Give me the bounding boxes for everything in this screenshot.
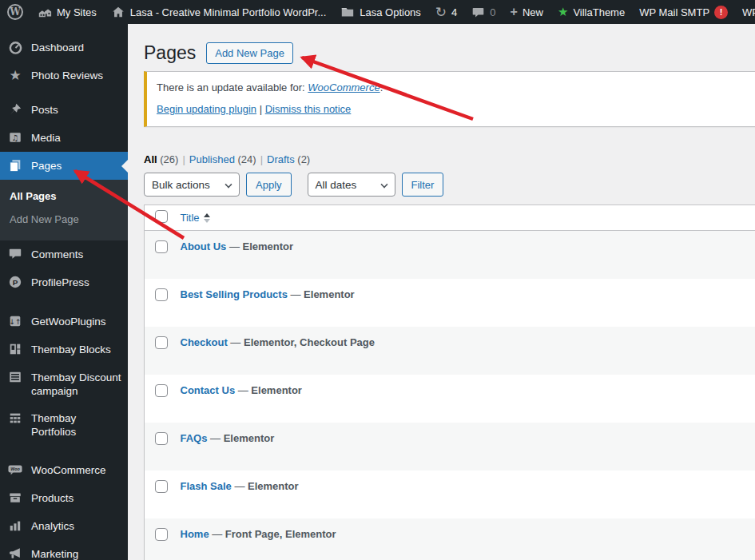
post-state: Elementor [251, 384, 302, 396]
sidebar-item-thembay-portfolios[interactable]: Thembay Portfolios [0, 404, 128, 445]
sidebar-item-analytics[interactable]: Analytics [0, 512, 128, 540]
table-row: Flash Sale — Elementor [145, 471, 755, 518]
wp-mail-smtp-menu[interactable]: WP Mail SMTP ! [632, 0, 735, 24]
sidebar-item-getwooplugins[interactable]: ↓↑ GetWooPlugins [0, 308, 128, 336]
apply-button[interactable]: Apply [246, 173, 292, 197]
page-title-link[interactable]: About Us [181, 240, 227, 252]
sidebar-item-comments[interactable]: Comments [0, 240, 128, 268]
sidebar-item-woocommerce[interactable]: Woo WooCommerce [0, 456, 128, 484]
view-drafts[interactable]: Drafts (2) [267, 153, 310, 165]
row-checkbox[interactable] [155, 288, 168, 301]
sidebar-label: Analytics [31, 518, 74, 533]
my-sites-menu[interactable]: My Sites [30, 0, 104, 24]
admin-bar: W My Sites Lasa - Creative Minimal Portf… [0, 0, 755, 24]
row-checkbox[interactable] [155, 432, 168, 445]
sidebar-item-thembay-discount[interactable]: Thembay Discount campaign [0, 363, 128, 404]
megaphone-icon [7, 546, 23, 560]
page-title-link[interactable]: Checkout [181, 336, 228, 348]
row-checkbox[interactable] [155, 384, 168, 397]
portfolio-grid-icon [7, 410, 23, 426]
state-separator: — [288, 288, 304, 300]
site-name-label: Lasa - Creative Minimal Portfolio WordPr… [130, 6, 326, 18]
sidebar-item-posts[interactable]: Posts [0, 96, 128, 124]
page-title-link[interactable]: Contact Us [181, 384, 236, 396]
row-checkbox[interactable] [155, 240, 168, 253]
comment-count: 0 [490, 6, 495, 18]
updates-menu[interactable]: ↻ 4 [428, 0, 464, 24]
sidebar-label: Posts [31, 102, 58, 117]
chevron-down-icon [380, 181, 387, 189]
pages-icon [7, 157, 23, 173]
page-header: Pages Add New Page [144, 42, 755, 65]
bulk-actions-select[interactable]: Bulk actions [144, 173, 240, 197]
sidebar-item-photo-reviews[interactable]: ★ Photo Reviews [0, 62, 128, 89]
submenu-item-all-pages[interactable]: All Pages [0, 185, 128, 208]
bulk-actions-value: Bulk actions [152, 179, 210, 191]
view-all[interactable]: All (26) [144, 153, 178, 165]
pages-submenu: All Pages Add New Page [0, 180, 128, 240]
green-star-icon: ★ [558, 5, 568, 19]
wp-logo-menu[interactable]: W [0, 0, 30, 24]
view-all-label: All [144, 153, 157, 165]
view-published[interactable]: Published (24) [189, 153, 256, 165]
sidebar-item-pages[interactable]: Pages [0, 152, 128, 180]
table-row: Checkout — Elementor, Checkout Page [145, 327, 755, 375]
submenu-item-add-new-page[interactable]: Add New Page [0, 208, 128, 231]
post-state: Elementor, Checkout Page [244, 336, 375, 348]
blocks-grid-icon [7, 341, 23, 357]
list-lines-icon [7, 369, 23, 385]
post-state: Elementor [243, 240, 294, 252]
view-all-count: (26) [160, 153, 178, 165]
state-separator: — [228, 336, 244, 348]
getwooplugins-icon: ↓↑ [7, 313, 23, 329]
site-name-menu[interactable]: Lasa - Creative Minimal Portfolio WordPr… [104, 0, 333, 24]
state-separator: — [235, 384, 251, 396]
sidebar-item-thembay-blocks[interactable]: Thembay Blocks [0, 336, 128, 363]
comments-menu[interactable]: 0 [464, 0, 503, 24]
sidebar-label: Photo Reviews [31, 68, 103, 82]
filter-button[interactable]: Filter [402, 173, 444, 197]
page-title-link[interactable]: Best Selling Products [181, 288, 288, 300]
woocommerce-update-link[interactable]: WooCommerce [308, 81, 379, 93]
view-published-label: Published [189, 153, 235, 165]
home-icon [111, 5, 125, 19]
row-checkbox[interactable] [155, 336, 168, 349]
multisite-houses-icon [38, 5, 52, 19]
add-new-page-button[interactable]: Add New Page [206, 42, 293, 64]
select-all-checkbox[interactable] [155, 210, 168, 223]
title-column-sort[interactable]: Title [181, 212, 210, 224]
svg-text:↓↑: ↓↑ [9, 318, 21, 326]
wpforms-menu-partial[interactable]: WPF [735, 0, 755, 24]
page-title-link[interactable]: FAQs [181, 432, 208, 444]
row-checkbox[interactable] [155, 528, 168, 541]
lasa-options-label: Lasa Options [360, 6, 421, 18]
row-checkbox[interactable] [155, 480, 168, 493]
sidebar-item-profilepress[interactable]: P ProfilePress [0, 268, 128, 296]
view-drafts-count: (2) [297, 153, 310, 165]
page-title-link[interactable]: Home [181, 528, 209, 540]
sidebar-item-marketing[interactable]: Marketing [0, 540, 128, 560]
wordpress-logo-icon: W [7, 4, 23, 20]
sidebar-item-dashboard[interactable]: Dashboard [0, 34, 128, 62]
sidebar-label: Pages [31, 158, 62, 173]
table-row: FAQs — Elementor [145, 423, 755, 471]
page-title-link[interactable]: Flash Sale [181, 480, 232, 492]
state-separator: — [207, 432, 223, 444]
post-state: Elementor [224, 432, 275, 444]
bar-chart-icon [7, 518, 23, 534]
table-row: About Us — Elementor [145, 231, 755, 279]
svg-text:P: P [13, 278, 18, 287]
notice-message: There is an update available for: WooCom… [157, 80, 755, 96]
folder-icon [340, 5, 355, 19]
begin-updating-plugin-link[interactable]: Begin updating plugin [157, 103, 256, 115]
dismiss-notice-link[interactable]: Dismiss this notice [265, 103, 352, 115]
sidebar-item-products[interactable]: Products [0, 484, 128, 512]
villatheme-menu[interactable]: ★ VillaTheme [550, 0, 632, 24]
new-content-menu[interactable]: + New [503, 0, 550, 24]
lasa-options-menu[interactable]: Lasa Options [333, 0, 428, 24]
sidebar-label: WooCommerce [31, 463, 106, 477]
all-dates-select[interactable]: All dates [308, 173, 395, 197]
smtp-alert-badge: ! [714, 6, 728, 19]
sidebar-item-media[interactable]: ♫ Media [0, 124, 128, 152]
view-separator: | [182, 153, 185, 165]
